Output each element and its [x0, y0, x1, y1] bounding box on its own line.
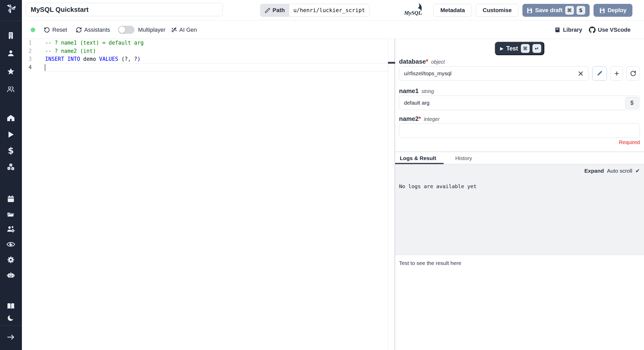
- code-token: -- ? name2 (int): [45, 48, 96, 54]
- save-icon: [599, 7, 605, 13]
- metadata-label: Metadata: [440, 7, 465, 14]
- test-button[interactable]: ▶ Test ⌘ ↵: [495, 42, 544, 55]
- sidebar-item-workers[interactable]: [6, 271, 15, 280]
- field-label-name2: name2* integer: [399, 115, 640, 123]
- path-chip[interactable]: Path u/henri/luckier_script: [260, 4, 369, 17]
- moon-icon: [6, 313, 15, 323]
- args-form: database* object × +: [395, 58, 644, 145]
- sidebar-item-schedules[interactable]: [6, 194, 15, 204]
- code-line: 3 INSERT INTO demo VALUES (?, ?): [22, 55, 388, 63]
- code-editor[interactable]: 1 -- ? name1 (text) = default arg 2 -- ?…: [22, 39, 388, 350]
- wand-sparkles-icon: [171, 27, 177, 33]
- tab-logs-result[interactable]: Logs & Result: [395, 152, 444, 164]
- path-value: u/henri/luckier_script: [289, 4, 369, 16]
- kbd-enter: ↵: [532, 44, 541, 53]
- tab-history[interactable]: History: [449, 152, 478, 164]
- ai-gen-button[interactable]: AI Gen: [171, 21, 197, 39]
- refresh-resource-button[interactable]: [626, 66, 640, 81]
- sidebar-item-resources[interactable]: [6, 162, 15, 172]
- sidebar-item-dark-mode[interactable]: [6, 313, 15, 323]
- reset-button[interactable]: Reset: [44, 21, 67, 39]
- logs-empty-message: No logs are available yet: [399, 183, 477, 189]
- pencil-icon: [597, 70, 603, 77]
- multiplayer-label: Multiplayer: [138, 27, 165, 33]
- code-text: -- ? name2 (int): [45, 47, 96, 55]
- database-input[interactable]: [399, 66, 589, 81]
- add-resource-button[interactable]: +: [611, 66, 623, 81]
- code-line: 2 -- ? name2 (int): [22, 47, 388, 55]
- autoscroll-label: Auto scroll: [607, 168, 632, 174]
- field-type: string: [421, 88, 434, 95]
- sidebar-item-user[interactable]: [6, 49, 15, 58]
- sidebar-divider: [0, 21, 22, 21]
- boxes-icon: [6, 162, 15, 172]
- robot-icon: [6, 271, 15, 280]
- sidebar-item-folders[interactable]: [6, 210, 15, 219]
- name1-input-wrap: $: [399, 96, 640, 110]
- user-icon: [6, 49, 15, 58]
- sidebar-item-runs[interactable]: [6, 130, 15, 139]
- sidebar-item-groups[interactable]: [6, 225, 15, 234]
- mysql-logo-text: MySQL: [404, 10, 422, 16]
- sidebar-item-favorites[interactable]: [6, 67, 15, 76]
- test-label: Test: [506, 45, 518, 52]
- customise-button[interactable]: Customise: [476, 4, 519, 17]
- edit-resource-button[interactable]: [592, 66, 607, 81]
- library-button[interactable]: Library: [554, 21, 582, 39]
- expand-button[interactable]: Expand: [584, 168, 604, 174]
- deploy-label: Deploy: [608, 7, 626, 14]
- status-dot: [31, 28, 35, 32]
- path-label-segment: Path: [260, 4, 289, 16]
- metadata-button[interactable]: Metadata: [433, 4, 472, 17]
- required-error: Required: [399, 139, 640, 145]
- sidebar-item-workspace[interactable]: [6, 31, 15, 40]
- sidebar-item-audit-logs[interactable]: [6, 240, 15, 249]
- preview-panel: ▶ Test ⌘ ↵ database* object ×: [395, 39, 644, 350]
- logs-panel: Expand Auto scroll ✔ No logs are availab…: [395, 164, 644, 255]
- users-gear-icon: [6, 225, 15, 234]
- mysql-logo: MySQL: [403, 2, 426, 18]
- text-cursor: [45, 64, 45, 71]
- kbd-cmd: ⌘: [565, 6, 574, 15]
- multiplayer-toggle[interactable]: [118, 26, 134, 34]
- kbd-cmd: ⌘: [521, 44, 530, 53]
- sidebar-item-settings[interactable]: [6, 255, 15, 264]
- code-line: 1 -- ? name1 (text) = default arg: [22, 39, 388, 47]
- sidebar-item-home[interactable]: [6, 114, 15, 123]
- save-draft-label: Save draft: [535, 7, 562, 14]
- kbd-s: S: [577, 6, 585, 15]
- deploy-button[interactable]: Deploy: [594, 4, 632, 17]
- reset-label: Reset: [52, 27, 67, 33]
- line-number: 4: [22, 63, 32, 72]
- ai-gen-label: AI Gen: [179, 27, 197, 33]
- folder-open-icon: [6, 210, 15, 219]
- building-icon: [6, 31, 15, 40]
- use-vscode-button[interactable]: Use VScode: [589, 21, 631, 39]
- sidebar-item-variables[interactable]: $: [6, 146, 15, 155]
- sidebar-expand-button[interactable]: [6, 332, 15, 342]
- insert-variable-button[interactable]: $: [625, 97, 639, 109]
- overview-ruler-marker: [388, 62, 395, 64]
- sidebar-item-docs[interactable]: [6, 302, 15, 311]
- windmill-script-editor: $: [0, 0, 644, 350]
- autoscroll-checkbox[interactable]: ✔: [635, 168, 640, 174]
- field-label-database: database* object: [399, 58, 640, 65]
- save-draft-button[interactable]: Save draft ⌘ S: [522, 4, 589, 17]
- test-bar: ▶ Test ⌘ ↵: [395, 39, 644, 58]
- code-text: -- ? name1 (text) = default arg: [45, 39, 144, 47]
- sidebar-item-members[interactable]: [6, 85, 15, 94]
- windmill-logo-icon[interactable]: [6, 3, 16, 13]
- name1-input[interactable]: [399, 96, 640, 110]
- pencil-icon: [265, 8, 270, 13]
- result-placeholder: Test to see the result here: [399, 260, 461, 266]
- database-input-wrap: ×: [399, 66, 589, 81]
- name2-input[interactable]: [399, 123, 640, 138]
- code-token: demo: [80, 56, 99, 62]
- script-title-input[interactable]: [26, 3, 223, 16]
- clear-icon[interactable]: ×: [578, 70, 584, 77]
- play-icon: [6, 130, 15, 139]
- sidebar-divider: [0, 325, 22, 326]
- gear-icon: [6, 255, 15, 264]
- assistants-button[interactable]: Assistants: [76, 21, 110, 39]
- editor-toolbar: Reset Assistants Multiplayer AI Gen: [22, 21, 644, 39]
